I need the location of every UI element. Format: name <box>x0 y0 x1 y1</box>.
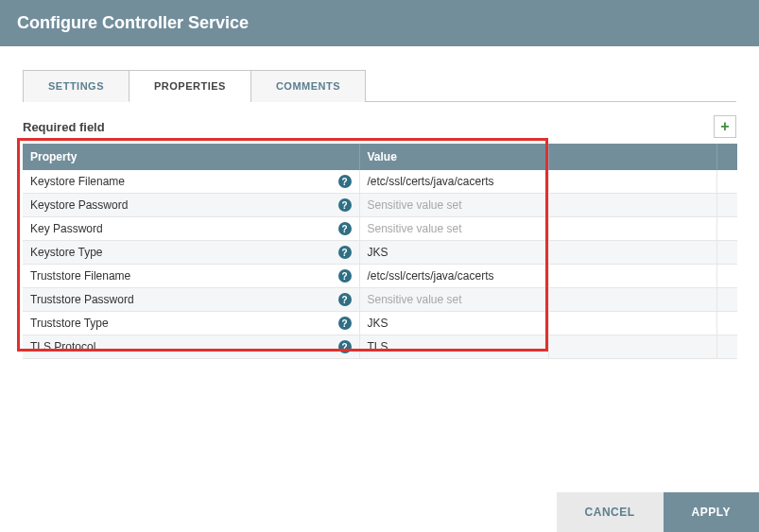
extra-cell-1 <box>548 194 716 217</box>
property-value: Sensitive value set <box>368 293 462 306</box>
extra-cell-1 <box>548 312 716 335</box>
dialog-footer: CANCEL APPLY <box>0 492 759 532</box>
tab-properties[interactable]: PROPERTIES <box>129 70 251 102</box>
table-row[interactable]: Key Password?Sensitive value set <box>23 217 737 241</box>
help-icon[interactable]: ? <box>338 198 352 212</box>
property-cell: Truststore Password? <box>23 288 359 312</box>
table-row[interactable]: Truststore Type?JKS <box>23 312 737 335</box>
table-row[interactable]: Truststore Password?Sensitive value set <box>23 288 737 312</box>
properties-table: Property Value Keystore Filename?/etc/ss… <box>23 144 737 359</box>
extra-cell-2 <box>716 312 737 335</box>
value-cell[interactable]: JKS <box>359 241 548 265</box>
dialog-title: Configure Controller Service <box>0 0 759 46</box>
property-value: /etc/ssl/certs/java/cacerts <box>368 175 494 188</box>
table-row[interactable]: Truststore Filename?/etc/ssl/certs/java/… <box>23 265 737 288</box>
subhead-row: Required field + <box>23 115 736 138</box>
cancel-button[interactable]: CANCEL <box>557 492 664 532</box>
extra-cell-2 <box>716 194 737 217</box>
add-property-button[interactable]: + <box>714 115 736 138</box>
property-value: TLS <box>368 340 388 353</box>
help-icon[interactable]: ? <box>338 340 352 353</box>
property-name: Keystore Filename <box>30 175 125 188</box>
extra-cell-1 <box>548 335 716 359</box>
extra-cell-1 <box>548 241 716 265</box>
help-icon[interactable]: ? <box>338 222 352 235</box>
value-cell[interactable]: Sensitive value set <box>359 288 548 312</box>
property-value: /etc/ssl/certs/java/cacerts <box>368 269 494 283</box>
extra-cell-2 <box>716 265 737 288</box>
extra-cell-1 <box>548 170 716 194</box>
property-cell: Truststore Filename? <box>23 265 359 288</box>
property-value: Sensitive value set <box>368 198 462 212</box>
dialog-content: SETTINGSPROPERTIESCOMMENTS Required fiel… <box>0 46 759 492</box>
col-property: Property <box>23 144 359 170</box>
col-extra-1 <box>548 144 716 170</box>
extra-cell-2 <box>716 335 737 359</box>
table-header-row: Property Value <box>23 144 737 170</box>
property-cell: TLS Protocol? <box>23 335 359 359</box>
table-row[interactable]: TLS Protocol?TLS <box>23 335 737 359</box>
property-name: Truststore Filename <box>30 269 130 283</box>
table-row[interactable]: Keystore Type?JKS <box>23 241 737 265</box>
property-cell: Keystore Type? <box>23 241 359 265</box>
value-cell[interactable]: /etc/ssl/certs/java/cacerts <box>359 170 548 194</box>
table-row[interactable]: Keystore Password?Sensitive value set <box>23 194 737 217</box>
property-cell: Keystore Password? <box>23 194 359 217</box>
extra-cell-2 <box>716 288 737 312</box>
help-icon[interactable]: ? <box>338 175 352 188</box>
extra-cell-2 <box>716 241 737 265</box>
property-cell: Keystore Filename? <box>23 170 359 194</box>
col-value: Value <box>359 144 548 170</box>
value-cell[interactable]: JKS <box>359 312 548 335</box>
apply-button[interactable]: APPLY <box>664 492 759 532</box>
property-name: Keystore Type <box>30 246 103 259</box>
property-name: TLS Protocol <box>30 340 95 353</box>
extra-cell-1 <box>548 288 716 312</box>
property-cell: Truststore Type? <box>23 312 359 335</box>
property-value: JKS <box>368 317 388 330</box>
tab-settings[interactable]: SETTINGS <box>23 70 129 102</box>
property-value: JKS <box>368 246 388 259</box>
help-icon[interactable]: ? <box>338 246 352 259</box>
help-icon[interactable]: ? <box>338 269 352 283</box>
extra-cell-1 <box>548 217 716 241</box>
extra-cell-1 <box>548 265 716 288</box>
table-wrapper: Property Value Keystore Filename?/etc/ss… <box>23 144 736 359</box>
value-cell[interactable]: Sensitive value set <box>359 194 548 217</box>
plus-icon: + <box>720 118 729 135</box>
value-cell[interactable]: TLS <box>359 335 548 359</box>
property-value: Sensitive value set <box>368 222 462 235</box>
property-name: Key Password <box>30 222 103 235</box>
help-icon[interactable]: ? <box>338 317 352 330</box>
property-cell: Key Password? <box>23 217 359 241</box>
value-cell[interactable]: Sensitive value set <box>359 217 548 241</box>
required-field-label: Required field <box>23 120 105 134</box>
col-extra-2 <box>716 144 737 170</box>
table-row[interactable]: Keystore Filename?/etc/ssl/certs/java/ca… <box>23 170 737 194</box>
extra-cell-2 <box>716 217 737 241</box>
table-body: Keystore Filename?/etc/ssl/certs/java/ca… <box>23 170 737 359</box>
property-name: Truststore Type <box>30 317 109 330</box>
property-name: Keystore Password <box>30 198 128 212</box>
property-name: Truststore Password <box>30 293 134 306</box>
value-cell[interactable]: /etc/ssl/certs/java/cacerts <box>359 265 548 288</box>
help-icon[interactable]: ? <box>338 293 352 306</box>
tabs-row: SETTINGSPROPERTIESCOMMENTS <box>23 69 736 102</box>
extra-cell-2 <box>716 170 737 194</box>
tab-comments[interactable]: COMMENTS <box>250 70 366 102</box>
